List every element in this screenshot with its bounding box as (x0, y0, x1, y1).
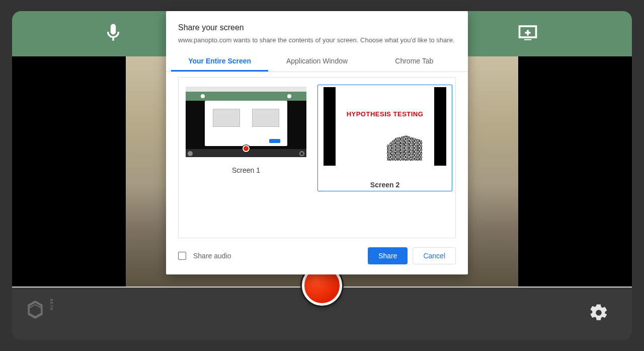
dialog-actions: Share audio Share Cancel (166, 238, 468, 274)
control-bar: BETA (12, 288, 632, 340)
share-button[interactable]: Share (368, 247, 408, 264)
screen-1-thumbnail (186, 87, 306, 157)
tab-entire-screen[interactable]: Your Entire Screen (171, 51, 268, 72)
dialog-title: Share your screen (166, 23, 468, 36)
panopto-logo: BETA (24, 299, 54, 321)
screen-1-label: Screen 1 (232, 166, 260, 174)
cancel-button[interactable]: Cancel (413, 247, 456, 264)
beta-badge: BETA (49, 299, 54, 311)
tab-chrome-tab[interactable]: Chrome Tab (366, 51, 463, 72)
share-mode-tabs: Your Entire Screen Application Window Ch… (166, 51, 468, 72)
screen-1-tile[interactable]: Screen 1 (186, 85, 306, 174)
screen-previews: Screen 1 HYPOTHESIS TESTING Screen 2 (178, 77, 456, 238)
screen-2-label: Screen 2 (370, 181, 399, 189)
tab-application-window[interactable]: Application Window (268, 51, 365, 72)
screen-2-tile[interactable]: HYPOTHESIS TESTING Screen 2 (317, 85, 452, 191)
add-screen-icon[interactable] (514, 22, 541, 46)
dialog-description: www.panopto.com wants to share the conte… (166, 36, 468, 51)
microphone-icon[interactable] (103, 21, 124, 47)
screen-2-thumbnail: HYPOTHESIS TESTING (324, 87, 446, 166)
share-audio-checkbox[interactable] (178, 252, 186, 260)
share-audio-label: Share audio (193, 252, 231, 260)
share-screen-dialog: Share your screen www.panopto.com wants … (166, 11, 468, 274)
settings-button[interactable] (589, 303, 609, 325)
slide-title: HYPOTHESIS TESTING (336, 87, 434, 118)
